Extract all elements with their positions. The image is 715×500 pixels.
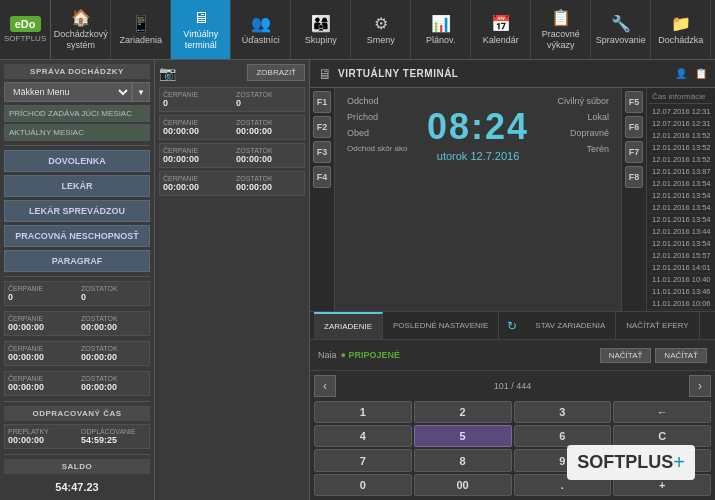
mid-stat-2: ČERPANIE 00:00:00 ZOSTATOK 00:00:00 bbox=[159, 115, 305, 140]
tab-stav[interactable]: STAV ZARIADENIA bbox=[525, 312, 616, 339]
log-entry-0: 12.07.2016 12:31 bbox=[649, 106, 713, 118]
nav-item-spravovanie[interactable]: 🔧 Spravovanie bbox=[591, 0, 651, 59]
log-entry-2: 12.01.2016 13:52 bbox=[649, 130, 713, 142]
num-6[interactable]: 6 bbox=[514, 425, 612, 447]
field-obed: Obed bbox=[347, 128, 427, 138]
nav-item-hlasenia[interactable]: 📢 Hlásenia bbox=[711, 0, 715, 59]
num-3[interactable]: 3 bbox=[514, 401, 612, 423]
tab-zariadenie[interactable]: ZARIADENIE bbox=[314, 312, 383, 339]
nav-item-zariadenia[interactable]: 📱 Zariadenia bbox=[111, 0, 171, 59]
vt-row-label: Naia bbox=[318, 350, 337, 360]
f7-btn[interactable]: F7 bbox=[625, 141, 643, 163]
prichod-zadjuci-btn[interactable]: PRÍCHOD ZADÁVA JÚCI MESIAC bbox=[4, 105, 150, 122]
users-icon: 👥 bbox=[251, 14, 271, 33]
lokal-label: Lokal bbox=[529, 112, 609, 122]
nav-item-kalendar[interactable]: 📅 Kalendár bbox=[471, 0, 531, 59]
log-entry-15: 11.01.2016 13:46 bbox=[649, 286, 713, 298]
mid-stat-3: ČERPANIE 00:00:00 ZOSTATOK 00:00:00 bbox=[159, 143, 305, 168]
prichod-label: Príchod bbox=[347, 112, 427, 122]
odplacovanie-label: ODPLÁCOVANIE bbox=[81, 428, 146, 435]
log-entry-1: 12.07.2016 12:31 bbox=[649, 118, 713, 130]
nav-item-virtualny[interactable]: 🖥 Virtùálny terminál bbox=[171, 0, 231, 59]
right-area: 🖥 VIRTUÁLNY TERMINÁL 👤 📋 F1 F2 F3 F4 bbox=[310, 60, 715, 500]
log-entry-10: 12.01.2016 13:44 bbox=[649, 226, 713, 238]
f5-btn[interactable]: F5 bbox=[625, 91, 643, 113]
nacitat-btn-2[interactable]: NAČÍTAŤ bbox=[655, 348, 707, 363]
teren-label: Terén bbox=[529, 144, 609, 154]
time-display-area: Odchod Príchod Obed Odchod skôr ako bbox=[335, 88, 621, 311]
brand-soft: SOFT bbox=[577, 452, 625, 473]
zostatok-val-2: 00:00:00 bbox=[81, 322, 146, 332]
nav-label-dochadzka: Dochádzka bbox=[658, 35, 703, 46]
cerpanie-label-1: ČERPANIE bbox=[8, 285, 73, 292]
device-icon: 📱 bbox=[131, 14, 151, 33]
f3-btn[interactable]: F3 bbox=[313, 141, 331, 163]
f2-btn[interactable]: F2 bbox=[313, 116, 331, 138]
num-clear[interactable]: C bbox=[613, 425, 711, 447]
makken-menu-select[interactable]: Mäkken Menu bbox=[4, 82, 132, 102]
nav-item-planovanie[interactable]: 📊 Plánov. bbox=[411, 0, 471, 59]
num-back[interactable]: ← bbox=[613, 401, 711, 423]
dopravne-label: Dopravné bbox=[529, 128, 609, 138]
preplatky-label: PREPLATKY bbox=[8, 428, 73, 435]
tab-refresh[interactable]: ↻ bbox=[499, 312, 525, 339]
tab-posledne[interactable]: POSLEDNÉ NASTAVENIE bbox=[383, 312, 499, 339]
prev-arrow[interactable]: ‹ bbox=[314, 375, 336, 397]
stat-block-3: ČERPANIE 00:00:00 ZOSTATOK 00:00:00 bbox=[4, 341, 150, 366]
fkey-panel-right: F5 F6 F7 F8 bbox=[621, 88, 646, 311]
num-00[interactable]: 00 bbox=[414, 474, 512, 496]
f8-btn[interactable]: F8 bbox=[625, 166, 643, 188]
nav-logo: eDo SOFTPLUS bbox=[0, 0, 51, 59]
log-entry-9: 12.01.2016 13:54 bbox=[649, 214, 713, 226]
log-entry-11: 12.01.2016 13:54 bbox=[649, 238, 713, 250]
lekar-sprevaod-btn[interactable]: LEKÁR SPREVÁDZOU bbox=[4, 200, 150, 222]
nav-item-pracovne[interactable]: 📋 Pracovné výkazy bbox=[531, 0, 591, 59]
nav-item-smeny[interactable]: ⚙ Smeny bbox=[351, 0, 411, 59]
numpad-nav: ‹ 101 / 444 › bbox=[314, 375, 711, 397]
next-arrow[interactable]: › bbox=[689, 375, 711, 397]
folder-icon: 📁 bbox=[671, 14, 691, 33]
nav-label-virtualny: Virtùálny terminál bbox=[177, 29, 224, 51]
aktualny-mesiac-btn[interactable]: AKTUÁLNY MESIAC bbox=[4, 124, 150, 141]
f6-btn[interactable]: F6 bbox=[625, 116, 643, 138]
cerpanie-val-4: 00:00:00 bbox=[8, 382, 73, 392]
numpad-area: ‹ 101 / 444 › 1 2 3 ← 4 5 6 C 7 8 9 ↵ bbox=[310, 370, 715, 500]
left-panel: SPRÁVA DOCHÁDZKY Mäkken Menu ▼ PRÍCHOD Z… bbox=[0, 60, 155, 500]
nav-item-ucastnici[interactable]: 👥 Úďastníci bbox=[231, 0, 291, 59]
dovolenka-btn[interactable]: DOVOLENKA bbox=[4, 150, 150, 172]
num-2[interactable]: 2 bbox=[414, 401, 512, 423]
num-5[interactable]: 5 bbox=[414, 425, 512, 447]
num-7[interactable]: 7 bbox=[314, 449, 412, 472]
nav-label-planovanie: Plánov. bbox=[426, 35, 455, 46]
cerpanie-val-2: 00:00:00 bbox=[8, 322, 73, 332]
middle-top: 📷 ZOBRAZIŤ bbox=[159, 64, 305, 81]
f1-btn[interactable]: F1 bbox=[313, 91, 331, 113]
nav-item-dochadzka[interactable]: 📁 Dochádzka bbox=[651, 0, 711, 59]
vt-row-value: ● PRIPOJENÉ bbox=[341, 350, 400, 360]
num-8[interactable]: 8 bbox=[414, 449, 512, 472]
tab-nacitat[interactable]: NAČÍTAŤ EFERY bbox=[616, 312, 699, 339]
cerpanie-val-1: 0 bbox=[8, 292, 73, 302]
num-0[interactable]: 0 bbox=[314, 474, 412, 496]
num-4[interactable]: 4 bbox=[314, 425, 412, 447]
lekar-btn[interactable]: LEKÁR bbox=[4, 175, 150, 197]
camera-icon: 📷 bbox=[159, 65, 176, 81]
field-prichod: Príchod bbox=[347, 112, 427, 122]
nacitat-btn[interactable]: NAČÍTAŤ bbox=[600, 348, 652, 363]
numpad-left: ‹ 101 / 444 › 1 2 3 ← 4 5 6 C 7 8 9 ↵ bbox=[310, 371, 715, 500]
log-entry-13: 12.01.2016 14:01 bbox=[649, 262, 713, 274]
paragraf-btn[interactable]: PARAGRAF bbox=[4, 250, 150, 272]
date-display: utorok 12.7.2016 bbox=[427, 150, 529, 162]
zostatok-val-1: 0 bbox=[81, 292, 146, 302]
num-1[interactable]: 1 bbox=[314, 401, 412, 423]
odchod-label: Odchod bbox=[347, 96, 427, 106]
dropdown-arrow[interactable]: ▼ bbox=[132, 82, 150, 102]
nav-item-skupiny[interactable]: 👨‍👩‍👦 Skupiny bbox=[291, 0, 351, 59]
pracovna-neschopnost-btn[interactable]: PRACOVNÁ NESCHOPNOSŤ bbox=[4, 225, 150, 247]
zobrazit-btn[interactable]: ZOBRAZIŤ bbox=[247, 64, 305, 81]
vt-tabs: ZARIADENIE POSLEDNÉ NASTAVENIE ↻ STAV ZA… bbox=[310, 312, 715, 340]
vt-icon-1: 👤 bbox=[675, 68, 687, 79]
f4-btn[interactable]: F4 bbox=[313, 166, 331, 188]
preplatky-val: 00:00:00 bbox=[8, 435, 73, 445]
nav-item-dochadzkovy[interactable]: 🏠 Dochádzkový systém bbox=[51, 0, 111, 59]
